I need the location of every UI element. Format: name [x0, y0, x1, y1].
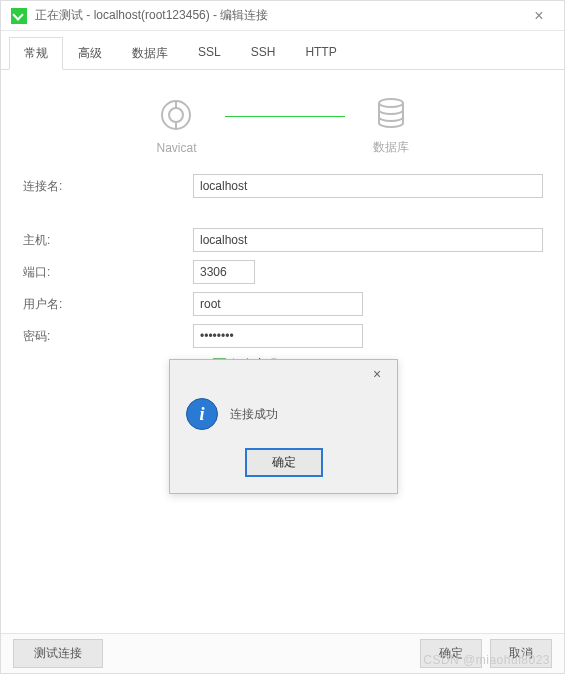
host-input[interactable] — [193, 228, 543, 252]
connection-diagram: Navicat 数据库 — [1, 70, 564, 164]
port-label: 端口: — [21, 264, 193, 281]
pass-input[interactable] — [193, 324, 363, 348]
host-label: 主机: — [21, 232, 193, 249]
navicat-icon — [158, 97, 194, 133]
titlebar: 正在测试 - localhost(root123456) - 编辑连接 × — [1, 1, 564, 31]
pass-label: 密码: — [21, 328, 193, 345]
user-label: 用户名: — [21, 296, 193, 313]
conn-name-input[interactable] — [193, 174, 543, 198]
tab-database[interactable]: 数据库 — [117, 37, 183, 70]
user-input[interactable] — [193, 292, 363, 316]
window-title: 正在测试 - localhost(root123456) - 编辑连接 — [35, 7, 524, 24]
tab-ssl[interactable]: SSL — [183, 37, 236, 70]
connection-line — [225, 116, 345, 117]
conn-name-label: 连接名: — [21, 178, 193, 195]
dialog-close-icon[interactable]: × — [363, 366, 391, 382]
info-icon: i — [186, 398, 218, 430]
tab-advanced[interactable]: 高级 — [63, 37, 117, 70]
tabs: 常规 高级 数据库 SSL SSH HTTP — [1, 36, 564, 70]
tab-general[interactable]: 常规 — [9, 37, 63, 70]
test-connection-button[interactable]: 测试连接 — [13, 639, 103, 668]
svg-point-1 — [169, 108, 183, 122]
tab-http[interactable]: HTTP — [290, 37, 351, 70]
port-input[interactable] — [193, 260, 255, 284]
svg-point-4 — [379, 99, 403, 107]
form: 连接名: 主机: 端口: 用户名: 密码: 保存密码 — [1, 164, 564, 383]
dialog-ok-button[interactable]: 确定 — [245, 448, 323, 477]
close-icon[interactable]: × — [524, 7, 554, 25]
diagram-right-label: 数据库 — [373, 139, 409, 156]
diagram-left-label: Navicat — [156, 141, 196, 155]
app-icon — [11, 8, 27, 24]
dialog-message: 连接成功 — [230, 406, 278, 423]
tab-ssh[interactable]: SSH — [236, 37, 291, 70]
database-icon — [373, 95, 409, 131]
message-dialog: × i 连接成功 确定 — [169, 359, 398, 494]
watermark: CSDN @miaohui8023 — [423, 653, 550, 667]
